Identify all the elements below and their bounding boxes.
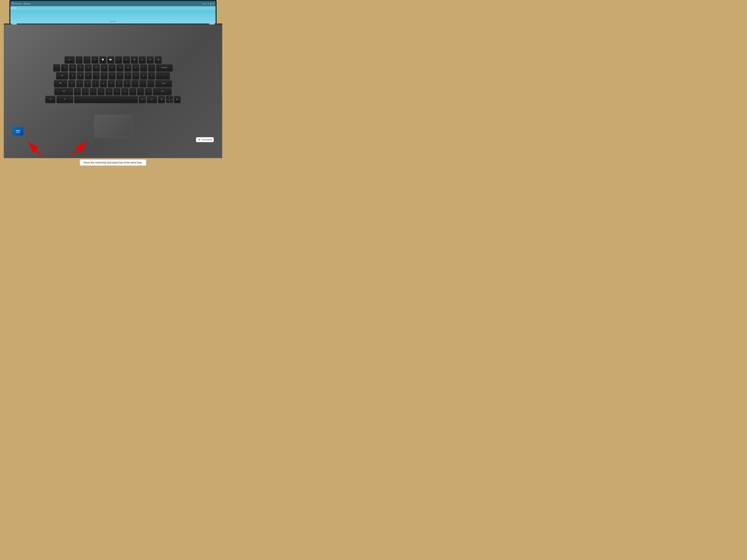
key-l[interactable]: l xyxy=(131,80,138,87)
key-q[interactable]: q xyxy=(69,72,76,79)
key-h[interactable]: h xyxy=(108,80,115,87)
key-backspace[interactable]: backspace xyxy=(156,64,173,71)
apps-label: Apps xyxy=(27,3,30,4)
key-z[interactable]: z xyxy=(74,88,81,95)
key-arrow-down[interactable]: ▼ xyxy=(166,99,173,102)
bottom-row: ctrl alt alt ctrl ◀ ▲ ▼ ▶ xyxy=(14,96,212,103)
intel-badge: intel inside xyxy=(12,127,24,136)
key-tilde[interactable]: ~` xyxy=(53,64,60,71)
key-semicolon[interactable]: :; xyxy=(139,80,147,87)
asdf-row: 🔍 a s d f g h j k l :; "' enter xyxy=(14,80,212,87)
key-n[interactable]: n xyxy=(113,88,121,95)
key-alt-left[interactable]: alt xyxy=(56,96,73,103)
key-comma[interactable]: <, xyxy=(129,88,136,95)
key-bracket-left[interactable]: {[ xyxy=(148,72,155,79)
chrome-icon xyxy=(198,138,201,141)
qwerty-row: tab q w e r t y u i o p {[ |\ xyxy=(14,72,212,79)
key-arrow-right[interactable]: ▶ xyxy=(174,96,181,103)
key-arrow-up[interactable]: ▲ xyxy=(166,96,173,99)
key-shift-left[interactable]: shift xyxy=(54,88,73,95)
apps-grid-icon xyxy=(24,3,26,4)
instruction-text: Press the control key and space bar at t… xyxy=(84,161,143,164)
key-y[interactable]: y xyxy=(108,72,115,79)
power-icon xyxy=(12,3,14,4)
key-b[interactable]: b xyxy=(105,88,112,95)
key-quote[interactable]: "' xyxy=(147,80,154,87)
key-alt-right[interactable]: alt xyxy=(139,96,146,103)
key-slash[interactable]: ?/ xyxy=(145,88,152,95)
shutdown-button[interactable]: Shut down xyxy=(12,3,22,4)
key-i[interactable]: i xyxy=(124,72,131,79)
key-7[interactable]: &7 xyxy=(108,64,115,71)
key-t[interactable]: t xyxy=(101,72,108,79)
key-bright-up[interactable]: ☀ xyxy=(123,56,130,63)
key-back[interactable]: ← xyxy=(76,56,83,63)
key-o[interactable]: o xyxy=(132,72,139,79)
key-fullscreen[interactable]: ⬜ xyxy=(99,56,106,63)
key-bright-down[interactable]: ☀ xyxy=(115,56,122,63)
chromebook-text: chromebook xyxy=(202,139,212,141)
key-ctrl-right[interactable]: ctrl xyxy=(147,96,157,103)
svg-point-1 xyxy=(199,139,200,140)
key-backslash[interactable]: |\ xyxy=(156,72,170,79)
key-enter[interactable]: enter xyxy=(155,80,172,87)
key-search[interactable]: 🔍 xyxy=(54,80,68,87)
key-0[interactable]: )0 xyxy=(132,64,139,71)
laptop-image: Shut down Apps 11:01 ▲ ▮ xyxy=(0,0,226,169)
instruction-box: Press the control key and space bar at t… xyxy=(80,159,146,166)
key-j[interactable]: j xyxy=(115,80,123,87)
intel-text: intel xyxy=(16,130,20,132)
key-s[interactable]: s xyxy=(76,80,83,87)
key-ctrl-left[interactable]: ctrl xyxy=(45,96,55,103)
key-8[interactable]: *8 xyxy=(117,64,124,71)
key-period[interactable]: >. xyxy=(137,88,144,95)
shutdown-label: Shut down xyxy=(15,3,22,4)
laptop-chassis: esc ← → ↺ ⬜ ⬜▌ ☀ ☀ 🔇 🔉 🔊 ⏻ ~` !1 xyxy=(4,24,222,158)
key-x[interactable]: x xyxy=(82,88,89,95)
key-k[interactable]: k xyxy=(124,80,131,87)
key-c[interactable]: c xyxy=(89,88,97,95)
key-4[interactable]: $4 xyxy=(85,64,92,71)
locale-label: US xyxy=(212,3,214,4)
key-9[interactable]: (9 xyxy=(124,64,131,71)
browser-bar: Back xyxy=(10,6,215,10)
key-1[interactable]: !1 xyxy=(61,64,68,71)
apps-button[interactable]: Apps xyxy=(24,3,30,4)
key-arrow-left[interactable]: ◀ xyxy=(158,96,165,103)
taskbar-left: Shut down Apps xyxy=(12,3,203,4)
key-minus[interactable]: —- xyxy=(140,64,147,71)
key-u[interactable]: u xyxy=(117,72,124,79)
key-space[interactable] xyxy=(74,96,138,103)
key-r[interactable]: r xyxy=(93,72,100,79)
key-reload[interactable]: ↺ xyxy=(91,56,99,63)
key-2[interactable]: @2 xyxy=(69,64,76,71)
key-vol-up[interactable]: 🔊 xyxy=(147,56,154,63)
key-power[interactable]: ⏻ xyxy=(155,56,162,63)
key-a[interactable]: a xyxy=(68,80,75,87)
key-vol-down[interactable]: 🔉 xyxy=(139,56,146,63)
back-button[interactable]: Back xyxy=(11,7,17,9)
key-m[interactable]: m xyxy=(121,88,128,95)
key-equals[interactable]: += xyxy=(148,64,155,71)
key-overview[interactable]: ⬜▌ xyxy=(107,56,114,63)
key-tab[interactable]: tab xyxy=(56,72,68,79)
key-w[interactable]: w xyxy=(77,72,84,79)
key-f[interactable]: f xyxy=(92,80,99,87)
key-3[interactable]: #3 xyxy=(77,64,84,71)
key-shift-right[interactable]: shift xyxy=(153,88,172,95)
clock: 11:01 xyxy=(203,3,206,4)
wifi-icon: ▲ xyxy=(207,3,209,4)
key-p[interactable]: p xyxy=(140,72,147,79)
key-forward[interactable]: → xyxy=(83,56,91,63)
key-d[interactable]: d xyxy=(84,80,91,87)
key-esc[interactable]: esc xyxy=(65,56,75,63)
key-mute[interactable]: 🔇 xyxy=(131,56,138,63)
trackpad[interactable] xyxy=(94,115,132,137)
key-e[interactable]: e xyxy=(85,72,92,79)
key-5[interactable]: %5 xyxy=(93,64,100,71)
key-g[interactable]: g xyxy=(100,80,107,87)
number-row: ~` !1 @2 #3 $4 %5 ^6 &7 *8 (9 )0 —- += b… xyxy=(14,64,212,71)
taskbar-right: 11:01 ▲ ▮ US xyxy=(203,3,214,4)
key-v[interactable]: v xyxy=(98,88,105,95)
key-6[interactable]: ^6 xyxy=(101,64,108,71)
